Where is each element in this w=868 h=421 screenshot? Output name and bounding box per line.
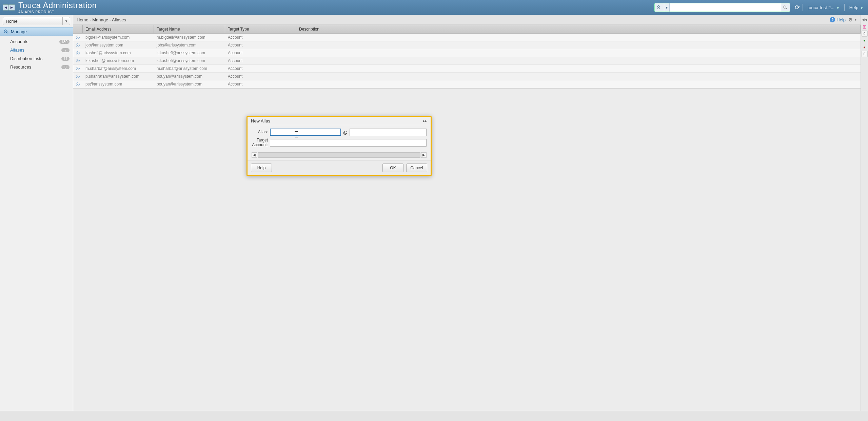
sidebar-section-label: Manage [11, 29, 27, 34]
svg-point-0 [658, 6, 659, 7]
sidebar-item-aliases[interactable]: Aliases7 [0, 46, 73, 54]
gear-icon[interactable]: ⚙ [848, 17, 853, 22]
cell-type: Account [225, 80, 296, 88]
cell-type: Account [225, 49, 296, 57]
sidebar-item-label: Distribution Lists [10, 56, 42, 61]
top-right-tools: ⟳ touca-test-2... ▼ Help ▼ [795, 4, 865, 11]
cell-desc [296, 59, 861, 62]
cell-email: m.sharbaf@arissystem.com [83, 65, 154, 72]
cell-email: ps@arissystem.com [83, 80, 154, 88]
manage-icon [3, 29, 9, 34]
sidebar-item-label: Accounts [10, 39, 28, 44]
nav-back-button[interactable]: ◄ [3, 4, 9, 11]
svg-point-7 [77, 52, 78, 53]
table-row[interactable]: kashefi@arissystem.comk.kashefi@arissyst… [73, 49, 861, 57]
reload-icon[interactable]: ⟳ [795, 4, 800, 11]
cell-target: k.kashefi@arissystem.com [154, 57, 225, 64]
dialog-scroll-pager: ◀ ▶ [252, 152, 427, 158]
cell-desc [296, 75, 861, 78]
cell-email: k.kashefi@arissystem.com [83, 57, 154, 64]
col-email-header[interactable]: Email Address [83, 25, 154, 33]
nav-arrows: ◄ ► [3, 4, 15, 11]
home-dropdown[interactable]: Home ▼ [3, 17, 70, 25]
table-row[interactable]: k.kashefi@arissystem.comk.kashefi@arissy… [73, 57, 861, 65]
row-type-icon [73, 41, 83, 49]
status-bar [0, 411, 868, 421]
sidebar-item-resources[interactable]: Resources3 [0, 63, 73, 71]
grid-body: bigdeli@arissystem.comm.bigdeli@arissyst… [73, 34, 861, 88]
main-area: Home - Manage - Aliases ? Help ⚙ ▼ Email… [73, 15, 868, 411]
table-row[interactable]: m.sharbaf@arissystem.comm.sharbaf@arissy… [73, 65, 861, 73]
search-button[interactable] [781, 3, 790, 12]
sidebar-item-badge: 7 [61, 48, 70, 52]
chevron-down-icon[interactable]: ▼ [62, 17, 70, 25]
pager-left-button[interactable]: ◀ [252, 152, 257, 158]
cell-type: Account [225, 34, 296, 41]
col-desc-header[interactable]: Description [296, 25, 861, 33]
col-target-header[interactable]: Target Name [154, 25, 225, 33]
sidebar-item-label: Aliases [10, 47, 24, 53]
dialog-help-button[interactable]: Help [251, 164, 272, 172]
alias-row: Alias: @ [252, 129, 427, 136]
cell-target: pouyan@arissystem.com [154, 73, 225, 80]
nav-forward-button[interactable]: ► [9, 4, 15, 11]
row-type-icon [73, 34, 83, 41]
pager-right-button[interactable]: ▶ [421, 152, 427, 158]
global-search: ▼ [654, 3, 790, 12]
cell-target: jobs@arissystem.com [154, 41, 225, 49]
row-type-icon [73, 65, 83, 72]
sidebar-list: Accounts139Aliases7Distribution Lists11R… [0, 36, 73, 73]
dialog-ok-button[interactable]: OK [382, 164, 403, 172]
at-label: @ [341, 130, 350, 135]
target-label-line1: Target [257, 138, 268, 143]
target-label-line2: Account: [252, 143, 268, 148]
row-type-icon [73, 49, 83, 57]
grid-header: Email Address Target Name Target Type De… [73, 25, 861, 34]
target-account-input[interactable] [270, 139, 427, 147]
sidebar-item-badge: 139 [59, 40, 70, 44]
sidebar-item-badge: 3 [61, 65, 70, 69]
search-scope-dropdown[interactable]: ▼ [664, 3, 670, 12]
dialog-cancel-button[interactable]: Cancel [406, 164, 427, 172]
svg-point-10 [77, 75, 78, 76]
sidebar-item-accounts[interactable]: Accounts139 [0, 37, 73, 46]
help-icon: ? [830, 17, 835, 22]
svg-point-9 [77, 67, 78, 69]
alias-input[interactable] [270, 129, 341, 136]
strip-expand-icon[interactable]: ◀◀ [862, 16, 868, 22]
header-help-button[interactable]: Help ▼ [847, 5, 865, 10]
dialog-titlebar[interactable]: New Alias ▸▸ [248, 117, 431, 125]
cell-desc [296, 83, 861, 85]
separator [844, 4, 845, 11]
search-input[interactable] [670, 3, 781, 12]
sidebar-item-label: Resources [10, 64, 31, 70]
search-scope-icon[interactable] [655, 3, 664, 12]
strip-status-err-icon[interactable]: ● [862, 44, 868, 50]
strip-count-a[interactable]: 0 [862, 31, 868, 37]
table-row[interactable]: bigdeli@arissystem.comm.bigdeli@arissyst… [73, 34, 861, 41]
user-chip[interactable]: touca-test-2... ▼ [806, 5, 842, 10]
cell-desc [296, 36, 861, 39]
pager-track[interactable] [258, 152, 420, 158]
strip-status-ok-icon[interactable]: ● [862, 37, 868, 43]
col-icon-header[interactable] [73, 25, 83, 33]
main-help[interactable]: ? Help ⚙ ▼ [830, 17, 857, 22]
cell-type: Account [225, 41, 296, 49]
alias-label: Alias: [252, 130, 270, 135]
svg-point-3 [5, 30, 6, 32]
alias-domain-input[interactable] [350, 129, 427, 136]
table-row[interactable]: p.shahrafan@arissystem.compouyan@arissys… [73, 73, 861, 80]
table-row[interactable]: ps@arissystem.compouyan@arissystem.comAc… [73, 80, 861, 88]
strip-tool-icon[interactable] [862, 24, 868, 30]
sidebar-section-manage[interactable]: Manage [0, 27, 73, 36]
dialog-footer: Help OK Cancel [248, 160, 431, 175]
dialog-collapse-icon[interactable]: ▸▸ [423, 119, 427, 123]
new-alias-dialog: New Alias ▸▸ Alias: @ Target Account: [246, 116, 432, 176]
cell-target: pouyan@arissystem.com [154, 80, 225, 88]
strip-count-b[interactable]: 0 [862, 51, 868, 57]
table-row[interactable]: job@arissystem.comjobs@arissystem.comAcc… [73, 41, 861, 49]
sidebar-item-distribution-lists[interactable]: Distribution Lists11 [0, 54, 73, 63]
col-type-header[interactable]: Target Type [225, 25, 296, 33]
dialog-body: Alias: @ Target Account: ◀ ▶ [248, 125, 431, 160]
target-account-label: Target Account: [252, 138, 270, 148]
